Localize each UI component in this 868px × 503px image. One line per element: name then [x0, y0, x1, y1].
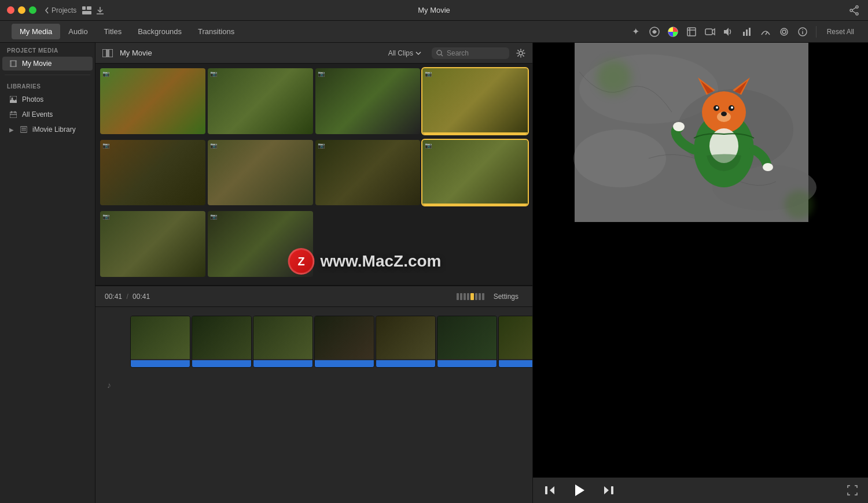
svg-marker-72	[604, 486, 609, 494]
close-button[interactable]	[7, 6, 14, 14]
clip-item-2[interactable]: 📷	[208, 68, 313, 134]
zoom-pip-3	[464, 293, 466, 300]
clip-item-3[interactable]: 📷	[315, 68, 421, 134]
crop-icon[interactable]	[684, 24, 699, 39]
tab-backgrounds[interactable]: Backgrounds	[130, 24, 190, 39]
svg-point-7	[856, 13, 858, 15]
track-clip-4[interactable]	[314, 316, 374, 368]
settings-gear-button[interactable]	[515, 47, 527, 59]
share-button[interactable]	[848, 5, 860, 16]
noise-icon[interactable]	[777, 24, 792, 39]
camera-clip-icon-7: 📷	[318, 142, 326, 150]
expand-icon: ▶	[9, 127, 14, 133]
track-bar-1	[131, 360, 190, 367]
timeline-area: 00:41 / 00:41 Sett	[95, 286, 532, 503]
tc-total: 00:41	[133, 293, 150, 301]
clip-item-1[interactable]: 📷	[100, 68, 205, 134]
clip-item-4[interactable]: 📷	[422, 68, 528, 134]
search-input[interactable]	[447, 49, 505, 57]
svg-point-61	[731, 106, 733, 109]
svg-line-8	[852, 8, 856, 10]
zoom-controls	[457, 293, 484, 300]
svg-rect-40	[109, 49, 113, 57]
tc-sep: /	[126, 293, 128, 301]
clip-filter-dropdown[interactable]: All Clips	[388, 49, 421, 57]
timeline-scroll[interactable]: ♪	[95, 307, 532, 503]
track-clip-3[interactable]	[253, 316, 313, 368]
preview-controls	[533, 478, 868, 503]
svg-rect-2	[82, 11, 91, 14]
zoom-pip-1	[457, 293, 459, 300]
sidebar-divider	[5, 75, 90, 75]
download-button[interactable]	[96, 6, 104, 14]
magic-wand-icon[interactable]: ✦	[628, 24, 643, 39]
my-movie-label: My Movie	[22, 60, 52, 68]
timeline-settings-button[interactable]: Settings	[489, 291, 523, 302]
track-clip-1[interactable]	[130, 316, 190, 368]
svg-rect-31	[10, 112, 17, 118]
tab-my-media[interactable]: My Media	[12, 24, 60, 39]
clip-item-10[interactable]: 📷	[208, 211, 313, 277]
back-to-projects[interactable]: Projects	[45, 6, 76, 14]
speed-icon[interactable]	[758, 24, 773, 39]
track-clip-6[interactable]	[437, 316, 497, 368]
svg-rect-45	[533, 43, 575, 222]
camera-icon[interactable]	[703, 24, 718, 39]
fullscreen-button[interactable]	[846, 484, 859, 497]
timecode-current: 00:41 / 00:41	[105, 293, 150, 301]
camera-clip-icon-8: 📷	[425, 142, 433, 150]
layout-toggle[interactable]	[82, 6, 91, 14]
volume-icon[interactable]	[721, 24, 736, 39]
sidebar-item-photos[interactable]: Photos	[2, 93, 93, 106]
zoom-pip-2	[460, 293, 462, 300]
camera-clip-icon-10: 📷	[210, 213, 218, 221]
play-button[interactable]	[570, 481, 589, 500]
track-bar-5	[376, 360, 435, 367]
info-icon[interactable]	[795, 24, 810, 39]
maximize-button[interactable]	[29, 6, 36, 14]
camera-clip-icon-9: 📷	[102, 213, 111, 221]
sidebar-item-all-events[interactable]: All Events	[2, 108, 93, 121]
sidebar-item-my-movie[interactable]: My Movie	[2, 57, 93, 71]
svg-rect-15	[705, 29, 712, 35]
track-clip-2[interactable]	[192, 316, 252, 368]
sidebar-item-imovie-library[interactable]: ▶ iMovie Library	[2, 123, 93, 136]
tab-audio[interactable]: Audio	[60, 24, 95, 39]
clip-item-7[interactable]: 📷	[315, 140, 421, 206]
tab-titles[interactable]: Titles	[96, 24, 130, 39]
color-icon[interactable]	[665, 24, 681, 39]
camera-clip-icon-4: 📷	[425, 71, 433, 79]
clip-item-5[interactable]: 📷	[100, 140, 205, 206]
sidebar-toggle-button[interactable]	[101, 47, 114, 60]
film-icon	[9, 60, 17, 68]
rewind-to-start-button[interactable]	[542, 482, 558, 498]
svg-rect-0	[82, 6, 86, 10]
zoom-pip-8	[482, 293, 484, 300]
svg-point-65	[673, 122, 685, 131]
svg-point-25	[802, 29, 803, 30]
photos-icon	[9, 95, 17, 103]
clip-item-6[interactable]: 📷	[208, 140, 313, 206]
chart-icon[interactable]	[740, 24, 755, 39]
svg-point-41	[437, 50, 442, 55]
reset-all-button[interactable]: Reset All	[822, 26, 859, 38]
camera-clip-icon: 📷	[102, 71, 111, 79]
svg-rect-18	[746, 29, 748, 36]
zoom-pip-active	[470, 293, 474, 300]
track-bar-4	[315, 360, 374, 367]
minimize-button[interactable]	[18, 6, 25, 14]
search-icon	[436, 50, 443, 57]
svg-rect-1	[87, 6, 91, 10]
skip-forward-button[interactable]	[600, 482, 616, 498]
music-icon: ♪	[107, 380, 111, 390]
clip-item-9[interactable]: 📷	[100, 211, 205, 277]
enhance-icon[interactable]	[647, 24, 662, 39]
svg-marker-16	[724, 28, 729, 36]
svg-rect-46	[808, 43, 868, 222]
center-content: My Movie All Clips	[95, 43, 532, 503]
track-clip-5[interactable]	[376, 316, 436, 368]
svg-point-21	[781, 28, 788, 35]
clip-item-8[interactable]: 📷	[422, 140, 528, 206]
tab-transitions[interactable]: Transitions	[190, 24, 242, 39]
track-clip-7[interactable]	[498, 316, 532, 368]
